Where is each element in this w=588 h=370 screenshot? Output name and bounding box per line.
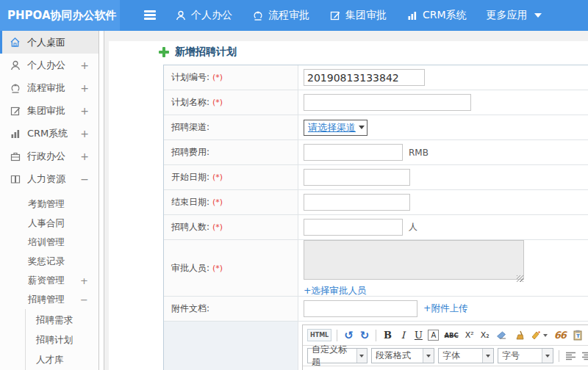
custom-title-dropdown[interactable]: 自定义标题 [307, 348, 368, 363]
source-code-button[interactable]: HTML [307, 329, 331, 341]
sidebar-subitem-recruit-demand[interactable]: 招聘需求 [26, 311, 98, 330]
sidebar-item-group-approval[interactable]: 集团审批 + [0, 99, 98, 122]
field-label: 计划名称: [171, 96, 209, 109]
sidebar-item-label: CRM系统 [27, 127, 68, 140]
edit-icon [329, 10, 340, 21]
form-row-cost: 招聘费用: RMB [164, 140, 588, 165]
caret-down-icon [543, 334, 548, 337]
required-mark: (*) [212, 73, 223, 82]
sidebar-subitem-salary[interactable]: 薪资管理 + [0, 271, 98, 290]
main-content: 新增招聘计划 计划编号: (*) 计划名称: (*) [109, 41, 588, 370]
font-size-dropdown[interactable]: 字号 [498, 348, 553, 363]
page-title: 新增招聘计划 [159, 46, 237, 59]
chart-icon [406, 10, 417, 21]
strikethrough-button[interactable]: ABC [442, 328, 459, 343]
sidebar-subitem-recruitment[interactable]: 招聘管理 − [0, 290, 98, 309]
subscript-button[interactable]: X₂ [479, 328, 491, 343]
top-bar: PHPOA协同办公软件 个人办公 流程审批 集团审批 [0, 0, 588, 31]
eraser-icon-button[interactable] [495, 328, 509, 343]
topnav-workflow-approval[interactable]: 流程审批 [252, 9, 309, 22]
menu-toggle-button[interactable] [144, 10, 156, 21]
end-date-input[interactable] [304, 194, 410, 211]
select-approvers-link[interactable]: +选择审批人员 [304, 285, 366, 297]
field-label: 招聘人数: [171, 221, 209, 233]
rich-text-editor: HTML ↺ ↻ B I U A ABC X² X₂ [302, 324, 588, 370]
bold-button[interactable]: B [381, 328, 393, 343]
collapse-minus-icon[interactable]: − [80, 173, 89, 185]
attachment-input[interactable] [304, 300, 417, 317]
plan-name-input[interactable] [304, 94, 471, 111]
briefcase-icon [10, 150, 21, 162]
expand-plus-icon[interactable]: + [80, 128, 89, 139]
clean-broom-icon-button[interactable] [512, 328, 526, 343]
topnav-group-approval[interactable]: 集团审批 [329, 9, 387, 22]
expand-plus-icon[interactable]: + [80, 59, 89, 71]
sidebar-scrollbar[interactable] [98, 31, 104, 370]
sidebar: 个人桌面 个人办公 + 流程审批 + 集团审批 + [0, 31, 98, 370]
topnav-more-apps[interactable]: 更多应用 [487, 9, 542, 22]
sidebar-item-crm-system[interactable]: CRM系统 + [0, 122, 98, 145]
sidebar-subitem-talent-pool[interactable]: 人才库 [26, 350, 98, 370]
channel-select[interactable]: 请选择渠道 [304, 120, 368, 136]
collapse-minus-icon[interactable]: − [80, 294, 88, 305]
sidebar-subitem-attendance[interactable]: 考勤管理 [0, 195, 98, 214]
sidebar-item-desktop[interactable]: 个人桌面 [0, 31, 98, 54]
required-mark: (*) [212, 222, 223, 232]
sidebar-item-admin-office[interactable]: 行政办公 + [0, 145, 98, 167]
topnav-personal-office[interactable]: 个人办公 [175, 9, 232, 22]
undo-button[interactable]: ↺ [343, 328, 355, 343]
topnav-label: 流程审批 [268, 9, 309, 22]
caret-down-icon [356, 349, 367, 363]
headcount-input[interactable] [304, 219, 403, 236]
required-mark: (*) [212, 197, 223, 207]
book-icon [10, 173, 21, 184]
italic-button[interactable]: I [397, 328, 409, 343]
form-row-editor: HTML ↺ ↻ B I U A ABC X² X₂ [164, 322, 588, 370]
person-icon [10, 59, 21, 70]
expand-plus-icon[interactable]: + [80, 150, 89, 162]
blockquote-button[interactable]: 66 [553, 328, 567, 343]
align-left-icon-button[interactable] [564, 349, 577, 363]
field-label: 开始日期: [171, 171, 209, 184]
edit-icon [10, 105, 21, 116]
start-date-input[interactable] [304, 169, 410, 186]
sidebar-item-personal-office[interactable]: 个人办公 + [0, 54, 98, 76]
paste-text-icon-button[interactable]: T [571, 328, 584, 343]
redo-button[interactable]: ↻ [359, 328, 371, 343]
approvers-textarea[interactable] [304, 240, 524, 280]
sidebar-subitem-rewards[interactable]: 奖惩记录 [0, 252, 98, 271]
required-mark: (*) [212, 98, 223, 107]
resize-handle[interactable] [517, 275, 523, 282]
field-label: 计划编号: [171, 71, 209, 84]
form-row-channel: 招聘渠道: 请选择渠道 [164, 115, 588, 140]
expand-plus-icon[interactable]: + [80, 105, 89, 117]
topnav-crm-system[interactable]: CRM系统 [406, 9, 467, 22]
paragraph-format-dropdown[interactable]: 段落格式 [371, 348, 434, 363]
superscript-button[interactable]: X² [464, 328, 476, 343]
cost-input[interactable] [304, 144, 403, 161]
underline-button[interactable]: U [412, 328, 424, 343]
required-mark: (*) [212, 173, 223, 182]
form-row-attachment: 附件文档: +附件上传 [164, 297, 588, 322]
svg-text:T: T [576, 333, 580, 339]
sidebar-item-human-resources[interactable]: 人力资源 − [0, 167, 98, 190]
chart-icon [10, 128, 21, 139]
caret-down-icon [482, 349, 493, 363]
sidebar-subitem-recruit-plan[interactable]: 招聘计划 [26, 330, 98, 350]
caret-down-icon [359, 126, 365, 129]
field-label: 审批人员: [171, 262, 209, 275]
sidebar-subitem-hr-contract[interactable]: 人事合同 [0, 214, 98, 233]
sidebar-subitem-training[interactable]: 培训管理 [0, 233, 98, 252]
expand-plus-icon[interactable]: + [80, 82, 89, 94]
attachment-upload-link[interactable]: +附件上传 [423, 302, 467, 315]
plan-number-input[interactable] [304, 69, 425, 86]
font-family-dropdown[interactable]: 字体 [438, 348, 494, 363]
expand-plus-icon[interactable]: + [80, 275, 88, 286]
sidebar-item-workflow-approval[interactable]: 流程审批 + [0, 76, 98, 99]
format-painter-button[interactable] [529, 328, 549, 343]
top-navigation: 个人办公 流程审批 集团审批 CRM系统 更多应用 [175, 0, 542, 31]
remove-format-button[interactable]: A [428, 330, 439, 341]
form-row-headcount: 招聘人数: (*) 人 [164, 215, 588, 240]
align-center-icon-button[interactable] [581, 349, 588, 363]
workflow-icon [252, 10, 263, 21]
